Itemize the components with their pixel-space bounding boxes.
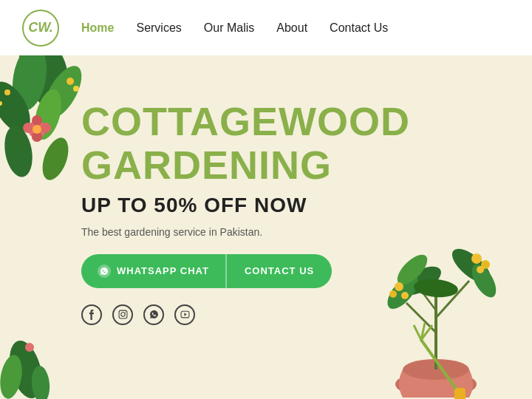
svg-point-0 [10,55,79,116]
svg-point-8 [23,123,33,133]
nav-links: Home Services Our Malis About Contact Us [81,21,388,35]
svg-point-13 [66,78,74,85]
whatsapp-chat-button[interactable]: WHATSAPP CHAT [81,254,225,288]
deco-bottom-left-leaves [0,310,52,399]
whatsapp-icon [98,265,111,278]
svg-point-20 [25,343,34,352]
svg-point-35 [477,266,484,273]
nav-home[interactable]: Home [81,21,114,35]
svg-point-15 [4,89,10,95]
logo-circle: CW. [22,10,59,47]
svg-point-1 [8,55,52,113]
contact-label: CONTACT US [245,265,314,276]
svg-line-24 [406,303,436,332]
hero-description: The best gardening service in Pakistan. [81,226,410,238]
svg-point-9 [32,132,42,142]
svg-point-6 [32,115,42,126]
svg-point-4 [30,86,66,143]
svg-point-5 [28,120,46,138]
svg-point-46 [124,312,125,313]
svg-point-30 [467,260,501,301]
svg-point-18 [0,353,25,399]
svg-rect-44 [119,310,127,318]
svg-point-33 [471,253,482,264]
social-icons [81,304,410,325]
hero-section: COTTAGEWOOD GARDENING UP TO 50% OFF NOW … [0,55,532,399]
deco-top-left-leaves [0,55,92,196]
nav-contact[interactable]: Contact Us [330,21,388,35]
svg-line-42 [421,325,432,340]
svg-point-10 [33,125,41,134]
svg-point-17 [4,337,47,399]
svg-rect-43 [454,388,466,399]
contact-us-button[interactable]: CONTACT US [225,254,332,288]
cta-buttons: WHATSAPP CHAT CONTACT US [81,254,410,288]
svg-line-39 [421,340,458,392]
youtube-icon[interactable] [174,304,195,325]
svg-point-45 [120,313,124,316]
whatsapp-label: WHATSAPP CHAT [117,265,209,276]
svg-marker-48 [184,313,186,316]
hero-title: COTTAGEWOOD GARDENING [81,100,410,188]
svg-line-25 [436,281,469,318]
nav-about[interactable]: About [276,21,307,35]
hero-content: COTTAGEWOOD GARDENING UP TO 50% OFF NOW … [81,100,410,325]
svg-point-19 [30,365,51,399]
svg-line-40 [414,325,421,340]
instagram-icon[interactable] [112,304,133,325]
svg-point-7 [41,123,51,133]
svg-point-34 [481,260,490,269]
svg-line-26 [414,281,436,310]
navbar: CW. Home Services Our Malis About Contac… [0,0,532,55]
svg-point-29 [446,243,496,290]
svg-point-21 [395,371,477,398]
svg-point-11 [1,123,36,179]
svg-point-14 [73,86,79,92]
svg-point-16 [0,101,2,106]
whatsapp-social-icon[interactable] [143,304,164,325]
svg-point-22 [403,359,469,380]
hero-subtitle: UP TO 50% OFF NOW [81,194,410,217]
nav-our-malis[interactable]: Our Malis [204,21,254,35]
svg-point-32 [413,277,459,299]
svg-line-41 [421,323,425,340]
logo[interactable]: CW. [22,10,59,47]
svg-point-3 [0,75,38,139]
nav-services[interactable]: Services [136,21,181,35]
svg-point-12 [38,134,74,184]
facebook-icon[interactable] [81,304,102,325]
